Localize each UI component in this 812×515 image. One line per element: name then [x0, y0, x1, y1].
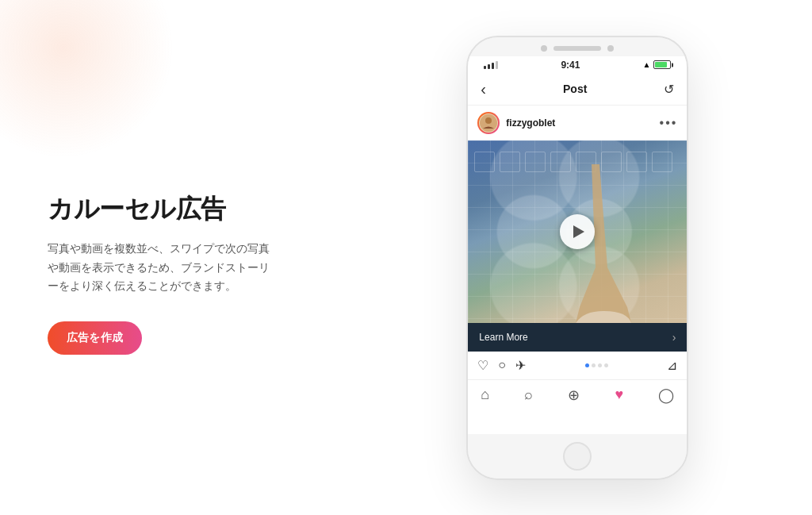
- battery-fill: [655, 62, 666, 67]
- status-time: 9:41: [561, 60, 580, 71]
- phone-bottom: [468, 434, 687, 478]
- back-button[interactable]: ‹: [481, 80, 486, 98]
- nav-title: Post: [563, 83, 587, 95]
- page-description: 写真や動画を複数並べ、スワイプで次の写真や動画を表示できるため、ブランドストーリ…: [48, 240, 270, 296]
- profile-nav-icon[interactable]: ◯: [658, 386, 674, 404]
- right-content: 9:41 ▲ ‹ Post ↺: [391, 36, 764, 480]
- actions-left: ♡ ○ ✈: [477, 358, 526, 373]
- svg-point-1: [485, 117, 492, 124]
- avatar: [477, 112, 500, 134]
- like-button[interactable]: ♡: [477, 358, 488, 373]
- carousel-dots: [585, 363, 608, 367]
- heart-nav-icon[interactable]: ♥: [615, 386, 624, 403]
- home-button[interactable]: [563, 442, 592, 471]
- tile-motif-3: [525, 152, 546, 172]
- create-ad-button[interactable]: 広告を作成: [48, 321, 142, 355]
- post-image: [468, 140, 687, 323]
- share-button[interactable]: ✈: [515, 358, 526, 373]
- avatar-image: [480, 114, 497, 132]
- page-container: カルーセル広告 写真や動画を複数並べ、スワイプで次の写真や動画を表示できるため、…: [0, 0, 812, 515]
- play-button[interactable]: [560, 214, 595, 249]
- signal-bar-2: [488, 64, 490, 69]
- dot-2: [592, 363, 596, 367]
- signal-bar-4: [496, 61, 498, 69]
- dot-1: [585, 363, 589, 367]
- tile-motif-1: [474, 152, 495, 172]
- tile-motif-2: [500, 152, 520, 172]
- post-actions: ♡ ○ ✈ ⊿: [468, 352, 687, 379]
- page-title: カルーセル広告: [48, 192, 359, 227]
- signal-bar-1: [484, 66, 486, 69]
- username: fizzygoblet: [506, 117, 555, 129]
- refresh-button[interactable]: ↺: [664, 82, 674, 97]
- play-icon: [573, 225, 584, 238]
- wifi-icon: ▲: [642, 60, 650, 69]
- phone-mockup: 9:41 ▲ ‹ Post ↺: [466, 36, 688, 480]
- search-nav-icon[interactable]: ⌕: [524, 386, 533, 403]
- status-right: ▲: [642, 60, 671, 69]
- home-nav-icon[interactable]: ⌂: [481, 386, 489, 403]
- learn-more-bar[interactable]: Learn More ›: [468, 323, 687, 352]
- phone-speaker: [553, 46, 601, 51]
- phone-dot-left: [541, 45, 547, 52]
- signal-bars: [484, 61, 498, 69]
- avatar-inner: [479, 113, 498, 133]
- battery: [653, 60, 671, 69]
- phone-top-decorations: [468, 37, 687, 56]
- dot-4: [604, 363, 608, 367]
- post-header: fizzygoblet •••: [468, 106, 687, 140]
- post-user: fizzygoblet: [477, 112, 555, 134]
- learn-more-chevron-icon: ›: [672, 331, 676, 344]
- comment-button[interactable]: ○: [498, 358, 506, 372]
- more-options-button[interactable]: •••: [660, 116, 678, 130]
- status-bar: 9:41 ▲: [468, 56, 687, 74]
- app-bottom-nav: ⌂ ⌕ ⊕ ♥ ◯: [468, 379, 687, 410]
- signal-bar-3: [492, 63, 494, 69]
- bookmark-button[interactable]: ⊿: [667, 358, 677, 373]
- app-nav: ‹ Post ↺: [468, 74, 687, 106]
- dot-3: [598, 363, 602, 367]
- left-content: カルーセル広告 写真や動画を複数並べ、スワイプで次の写真や動画を表示できるため、…: [48, 160, 391, 355]
- phone-camera: [607, 45, 614, 52]
- app-screen: ‹ Post ↺: [468, 74, 687, 434]
- tile-motif-8: [652, 152, 672, 172]
- add-nav-icon[interactable]: ⊕: [568, 386, 580, 404]
- learn-more-text: Learn More: [479, 332, 527, 343]
